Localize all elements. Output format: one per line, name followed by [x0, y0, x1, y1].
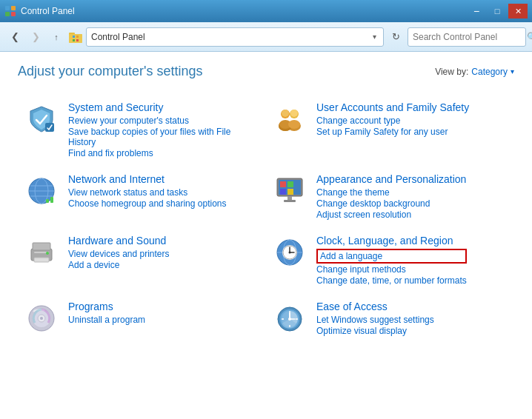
svg-rect-3 — [11, 12, 16, 16]
network-icon — [24, 173, 59, 209]
address-dropdown-icon[interactable]: ▾ — [370, 33, 379, 41]
svg-rect-9 — [73, 39, 75, 41]
family-safety-link[interactable]: Set up Family Safety for any user — [316, 127, 469, 137]
svg-point-48 — [289, 252, 291, 254]
svg-rect-31 — [287, 181, 293, 187]
minimize-button[interactable]: − — [467, 4, 486, 19]
address-path[interactable]: Control Panel ▾ — [86, 27, 384, 47]
user-accounts-title[interactable]: User Accounts and Family Safety — [316, 101, 469, 113]
svg-rect-10 — [76, 39, 79, 41]
system-security-content: System and Security Review your computer… — [68, 101, 260, 158]
programs-icon — [24, 301, 59, 336]
ease-of-access-icon — [272, 301, 307, 336]
user-accounts-content: User Accounts and Family Safety Change a… — [316, 101, 469, 137]
search-box[interactable]: 🔍 — [408, 27, 526, 47]
homegroup-link[interactable]: Choose homegroup and sharing options — [68, 198, 226, 209]
maximize-button[interactable]: □ — [488, 4, 507, 19]
search-icon[interactable]: 🔍 — [527, 32, 532, 42]
find-fix-link[interactable]: Find and fix problems — [68, 148, 260, 158]
clock-content: Clock, Language, and Region Add a langua… — [316, 235, 467, 286]
search-input[interactable] — [413, 32, 524, 42]
add-device-link[interactable]: Add a device — [68, 260, 170, 270]
system-security-title[interactable]: System and Security — [68, 101, 260, 113]
title-bar-left: Control Panel — [4, 5, 75, 17]
svg-rect-39 — [34, 258, 49, 262]
window-title: Control Panel — [21, 6, 75, 16]
svg-point-52 — [40, 317, 43, 320]
programs-content: Programs Uninstall a program — [68, 301, 145, 325]
category-hardware: Hardware and Sound View devices and prin… — [18, 227, 266, 293]
screen-resolution-link[interactable]: Adjust screen resolution — [316, 210, 466, 220]
windows-suggest-link[interactable]: Let Windows suggest settings — [316, 315, 434, 325]
network-title[interactable]: Network and Internet — [68, 173, 226, 185]
clock-icon — [272, 235, 307, 270]
address-bar: ❮ ❯ ↑ Control Panel ▾ ↻ 🔍 — [0, 22, 532, 52]
category-system-security: System and Security Review your computer… — [18, 94, 266, 166]
optimize-display-link[interactable]: Optimize visual display — [316, 326, 434, 336]
network-content: Network and Internet View network status… — [68, 173, 226, 209]
back-button[interactable]: ❮ — [6, 28, 24, 46]
category-network: Network and Internet View network status… — [18, 166, 266, 227]
network-status-link[interactable]: View network status and tasks — [68, 187, 226, 198]
backup-link[interactable]: Save backup copies of your files with Fi… — [68, 127, 260, 147]
svg-rect-38 — [33, 243, 50, 250]
svg-rect-6 — [69, 34, 82, 43]
input-methods-link[interactable]: Change input methods — [316, 264, 467, 275]
add-language-link[interactable]: Add a language — [316, 249, 467, 264]
svg-rect-0 — [5, 6, 10, 10]
system-security-icon — [24, 101, 59, 137]
refresh-button[interactable]: ↻ — [387, 28, 405, 46]
svg-rect-30 — [280, 181, 286, 187]
view-by-value[interactable]: Category — [471, 67, 508, 77]
forward-button[interactable]: ❯ — [27, 28, 44, 46]
system-security-links: Review your computer's status Save backu… — [68, 115, 260, 158]
change-theme-link[interactable]: Change the theme — [316, 187, 466, 198]
main-content: Adjust your computer's settings View by:… — [0, 52, 532, 419]
date-time-link[interactable]: Change date, time, or number formats — [316, 275, 467, 286]
category-ease-of-access: Ease of Access Let Windows suggest setti… — [266, 293, 514, 352]
window-controls: − □ ✕ — [467, 4, 528, 19]
clock-title[interactable]: Clock, Language, and Region — [316, 235, 467, 247]
clock-links: Add a language Change input methods Chan… — [316, 249, 467, 286]
network-links: View network status and tasks Choose hom… — [68, 187, 226, 209]
appearance-content: Appearance and Personalization Change th… — [316, 173, 466, 220]
svg-rect-33 — [287, 189, 293, 195]
svg-rect-7 — [73, 36, 75, 38]
close-button[interactable]: ✕ — [508, 4, 528, 19]
hardware-content: Hardware and Sound View devices and prin… — [68, 235, 170, 270]
view-by-chevron-icon[interactable]: ▾ — [511, 67, 514, 76]
view-by-container: View by: Category ▾ — [435, 67, 514, 77]
svg-rect-8 — [76, 36, 79, 38]
category-appearance: Appearance and Personalization Change th… — [266, 166, 514, 227]
hardware-title[interactable]: Hardware and Sound — [68, 235, 170, 247]
svg-rect-2 — [5, 12, 10, 16]
svg-rect-27 — [50, 197, 53, 203]
address-text: Control Panel — [91, 32, 368, 42]
app-icon — [4, 5, 16, 17]
appearance-title[interactable]: Appearance and Personalization — [316, 173, 466, 185]
svg-rect-11 — [45, 123, 54, 132]
page-title: Adjust your computer's settings — [18, 64, 203, 79]
svg-rect-35 — [284, 200, 296, 202]
programs-title[interactable]: Programs — [68, 301, 145, 312]
ease-of-access-content: Ease of Access Let Windows suggest setti… — [316, 301, 434, 336]
svg-rect-32 — [280, 189, 286, 195]
svg-point-40 — [46, 252, 49, 255]
ease-of-access-title[interactable]: Ease of Access — [316, 301, 434, 312]
category-clock: Clock, Language, and Region Add a langua… — [266, 227, 514, 293]
change-account-link[interactable]: Change account type — [316, 115, 469, 126]
desktop-background-link[interactable]: Change desktop background — [316, 198, 466, 209]
svg-point-20 — [288, 120, 300, 129]
user-accounts-icon — [272, 101, 307, 137]
appearance-links: Change the theme Change desktop backgrou… — [316, 187, 466, 220]
appearance-icon — [272, 173, 307, 209]
uninstall-link[interactable]: Uninstall a program — [68, 315, 145, 325]
folder-icon — [68, 30, 83, 44]
user-accounts-links: Change account type Set up Family Safety… — [316, 115, 469, 137]
svg-rect-34 — [287, 196, 292, 200]
up-button[interactable]: ↑ — [47, 28, 65, 46]
svg-point-18 — [290, 110, 298, 117]
devices-printers-link[interactable]: View devices and printers — [68, 249, 170, 259]
review-status-link[interactable]: Review your computer's status — [68, 115, 260, 126]
svg-rect-26 — [46, 199, 49, 203]
